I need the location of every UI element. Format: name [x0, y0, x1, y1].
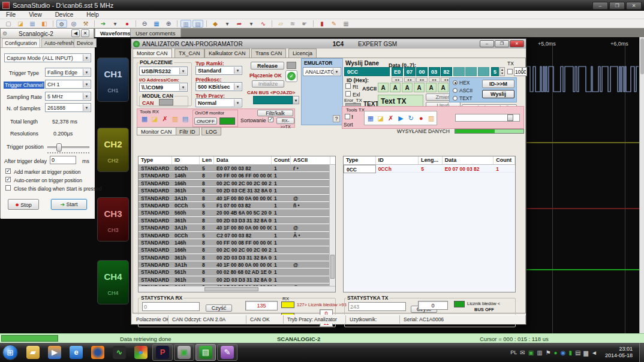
tryb-pracy-select[interactable]: Normal [195, 98, 242, 107]
predkosc-select[interactable]: 500 KBit/sec [195, 82, 242, 91]
green-circle-icon[interactable]: ● [554, 349, 558, 356]
chevron-down-icon[interactable]: ▼ [293, 96, 299, 104]
signal-icon[interactable]: ▆ [583, 349, 588, 356]
minimize-button[interactable]: – [480, 40, 494, 47]
rx-table-row[interactable]: STANDARD3A1h840 1F 00 80 0A 00 00 001@ [139, 195, 335, 202]
open-folder-icon[interactable]: ◪ [376, 114, 386, 122]
ascii-byte-box[interactable]: A [378, 83, 389, 92]
rx-table-vscrollbar[interactable] [329, 165, 335, 287]
graphics-tool-icon[interactable]: ✎ [217, 344, 237, 361]
save-icon[interactable]: ▦ [366, 114, 375, 122]
tab-trans-can[interactable]: Trans CAN [251, 49, 286, 58]
bookmark-icon[interactable]: ▮ [317, 20, 327, 28]
delete-icon[interactable]: ✗ [160, 114, 170, 123]
dropdown-arrow-icon[interactable]: ▾ [110, 20, 121, 28]
ascii-radio[interactable] [453, 88, 458, 93]
start-button[interactable]: ➔ Start [51, 199, 87, 210]
trigger-position-slider[interactable] [47, 146, 89, 148]
data-byte-box[interactable]: 07 [404, 67, 416, 76]
send-id-box[interactable]: 0CC [344, 67, 390, 76]
tx-checkbox[interactable] [507, 69, 513, 74]
rx-table-row[interactable]: STANDARD560h820 00 4B 6A 00 5C 20 001 [139, 209, 335, 216]
menu-help[interactable]: Help [86, 11, 99, 18]
exl-checkbox[interactable] [345, 91, 351, 96]
collapse-icon[interactable]: ◀ [71, 29, 80, 37]
show-desktop-button[interactable] [639, 343, 644, 362]
app-titlebar[interactable]: ScanaStudio - D:\canb6.sst 5 MHz – ❐ ✕ [0, 0, 644, 11]
rx-table-row[interactable]: STANDARD361h800 2D 03 D3 31 32 8A 001 [139, 276, 335, 283]
firefox-icon[interactable] [88, 344, 108, 361]
share-icon[interactable]: ➦ [234, 20, 245, 28]
byte-spinner[interactable]: ◄► [416, 77, 428, 82]
device-search-icon[interactable]: ◎ [68, 20, 79, 28]
hand-pointer-icon[interactable]: ☛ [299, 20, 310, 28]
workflow-icon[interactable]: ≋ [287, 20, 298, 28]
byte-spinner[interactable]: ◄► [392, 77, 403, 82]
maximize-button[interactable]: ❐ [495, 40, 509, 47]
auto-center-checkbox[interactable] [5, 177, 11, 182]
clear-rx-button[interactable]: Czyść [206, 304, 232, 312]
panel-header[interactable]: ⚙ Scanalogic-2 ◀ ✕ [1, 29, 94, 38]
trigger-type-select[interactable]: Falling Edge [45, 68, 91, 77]
calculator-icon[interactable]: ▦ [341, 20, 351, 28]
tab-user-comments[interactable]: User comments [130, 28, 181, 37]
ascii-byte-box[interactable]: A [438, 83, 449, 92]
save-icon[interactable]: ▦ [140, 114, 149, 123]
delete-icon[interactable]: ✗ [386, 114, 396, 122]
data-byte-box[interactable]: E0 [392, 67, 403, 76]
zoom-in-icon[interactable]: ⊕ [163, 20, 174, 28]
can-bus-select[interactable] [253, 96, 293, 104]
ascii-byte-box[interactable]: A [426, 83, 437, 92]
len-spinner[interactable]: ▲▼ [499, 67, 505, 76]
rt-checkbox[interactable] [345, 83, 351, 89]
mini-folder-icon[interactable]: ▱ [275, 20, 286, 28]
clock[interactable]: 23:01 2014-05-18 [605, 346, 633, 359]
play-icon[interactable]: ▶ [396, 114, 406, 122]
add-marker-checkbox[interactable] [5, 168, 11, 174]
explorer-icon[interactable]: ▰ [23, 344, 43, 361]
rx-table-row[interactable]: STANDARD361h800 2D 03 D3 31 32 8A 001 [139, 254, 335, 261]
data-byte-box[interactable] [453, 67, 465, 76]
tx-speed-slider[interactable] [455, 114, 520, 122]
menu-view[interactable]: View [29, 11, 42, 18]
stop-button[interactable]: ● Stop [8, 199, 39, 210]
rx-table-row[interactable]: STANDARD166h800 2C 00 2C 00 2C 00 2...1 [139, 246, 335, 254]
open-folder-icon[interactable]: ◪ [15, 20, 26, 28]
message-icon[interactable]: ✉ [520, 349, 525, 356]
rx-table-row[interactable]: STANDARD0CCh5C2 07 00 03 821Â • [139, 232, 335, 239]
pickit-icon[interactable]: P [152, 344, 173, 361]
sampling-rate-select[interactable]: 5 MHz [45, 92, 91, 101]
menu-file[interactable]: File [6, 11, 16, 18]
onoff-button[interactable]: ON/OFF [194, 117, 217, 125]
data-byte-box[interactable]: 00 [416, 67, 428, 76]
run-capture-icon[interactable]: ➔ [98, 20, 109, 28]
tx-excl-checkbox[interactable] [345, 114, 350, 119]
tab-kalkulator-can[interactable]: Kalkulator CAN [204, 49, 250, 58]
app-green-square-icon[interactable]: ▣ [528, 349, 534, 356]
scanastudio-icon[interactable]: ∿ [109, 344, 130, 361]
tab-licencja[interactable]: Licencja [288, 49, 317, 58]
channel-badge-ch4[interactable]: CH4 CH4 [97, 260, 129, 304]
tab-filtr-id[interactable]: Filtr ID [175, 127, 200, 135]
protocols-icon[interactable]: ◆ [210, 20, 221, 28]
calibration-wrench-icon[interactable]: ⚒ [80, 20, 91, 28]
sortowanie-checkbox[interactable] [268, 117, 273, 122]
data-byte-box[interactable]: 82 [441, 67, 452, 76]
id-to-m-button[interactable]: ID->>M [482, 80, 514, 88]
ascii-byte-box[interactable]: A [390, 83, 401, 92]
len-box[interactable]: 5 [491, 67, 499, 76]
tab-device[interactable]: Device [74, 38, 97, 47]
rx-table-row[interactable]: STANDARD561h800 02 80 68 02 AD 1E 001 [139, 269, 335, 276]
export-image-icon[interactable]: ◧ [39, 20, 50, 28]
zoom-out-icon[interactable]: ⊖ [139, 20, 150, 28]
byte-spinner[interactable]: ◄► [404, 77, 416, 82]
rx-table-row[interactable]: STANDARD146h800 FF 00 08 FF 00 00 001 [139, 239, 335, 246]
language-indicator[interactable]: PL [510, 349, 517, 355]
tab-configuration[interactable]: Configuration [2, 38, 40, 47]
tx-table-row[interactable]: 0CC 0CCh 5 E0 07 00 03 82 1 [344, 165, 515, 173]
close-dialog-checkbox[interactable] [5, 185, 11, 191]
com-select[interactable]: \\.\COM9 [139, 83, 188, 92]
received-frames-input[interactable] [142, 302, 200, 311]
emulator-select[interactable]: ANALIZATOR [303, 67, 341, 76]
minimize-button[interactable]: – [592, 2, 608, 10]
